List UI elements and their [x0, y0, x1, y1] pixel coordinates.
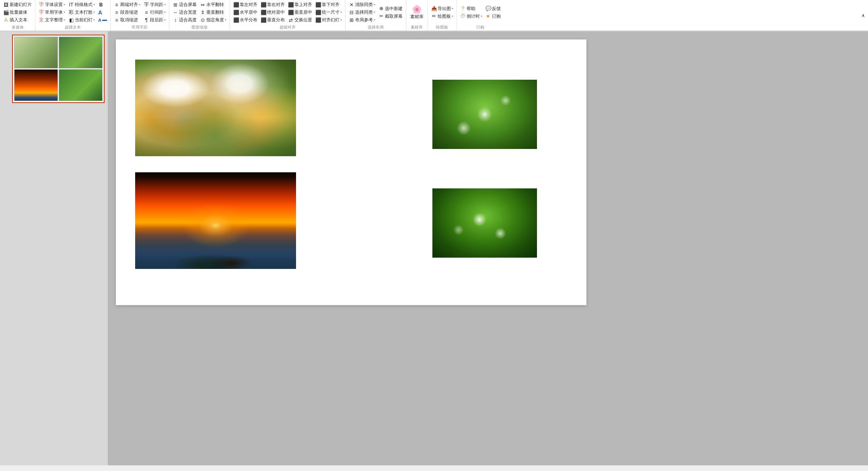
current-slide-icon: ◧: [68, 17, 74, 23]
btn-para-after[interactable]: ¶ 段后距 ▾: [142, 16, 167, 24]
img-flowers-main[interactable]: [135, 60, 296, 156]
group-spacing-col1: ≡ 两端对齐 ▾ ≡ 段首缩进 ≡ 取消缩进: [112, 1, 142, 24]
countdown-icon: ⏱: [460, 13, 466, 19]
btn-flip-v[interactable]: ⇕ 垂直翻转: [198, 8, 228, 16]
group-common-spacing: ≡ 两端对齐 ▾ ≡ 段首缩进 ≡ 取消缩进: [111, 0, 169, 31]
btn-align-right[interactable]: ⬛ 靠右对齐: [259, 1, 286, 8]
group-supertext-col3: B A A: [97, 1, 109, 24]
btn-align-both[interactable]: ≡ 两端对齐 ▾: [112, 1, 142, 8]
btn-text-arrange[interactable]: 文 文字整理 ▾: [37, 16, 67, 24]
btn-layout-ref[interactable]: ⊞ 布局参考 ▾: [347, 16, 377, 24]
btn-align-vcenter[interactable]: ⬛ 垂直居中: [286, 8, 314, 16]
group-order-label: 订购: [459, 24, 502, 31]
group-shape-zoom-content: ⊞ 适合屏幕 ↔ 适合宽度 ↕ 适合高度: [171, 1, 228, 24]
btn-clear-same[interactable]: ✕ 清除同类 ▾: [347, 1, 377, 8]
img-green-top[interactable]: [432, 80, 537, 149]
slide-panel: 1: [0, 31, 108, 465]
btn-export[interactable]: 📤 导出图 ▾: [430, 5, 455, 12]
group-shape-zoom: ⊞ 适合屏幕 ↔ 适合宽度 ↕ 适合高度: [169, 0, 230, 31]
fit-width-icon: ↔: [173, 10, 178, 15]
btn-line-spacing[interactable]: ≡ 行间距 ▾: [142, 8, 167, 16]
btn-a-small[interactable]: A: [97, 16, 109, 24]
btn-flip-h[interactable]: ⇔ 水平翻转: [198, 1, 228, 8]
btn-distribute-h[interactable]: ⬛ 水平分布: [232, 16, 259, 24]
btn-drawing-board[interactable]: ✏ 绘图板 ▾: [430, 12, 455, 20]
btn-align-bottom[interactable]: ⬛ 靠下对齐: [314, 1, 343, 8]
btn-align-top[interactable]: ⬛ 靠上对齐: [286, 1, 314, 8]
btn-cancel-indent[interactable]: ≡ 取消缩进: [112, 16, 142, 24]
align-slide-icon: ⬛: [315, 17, 321, 23]
btn-batch-media[interactable]: 🎬 批量媒体: [2, 8, 33, 16]
btn-a-big[interactable]: A: [97, 8, 109, 16]
group-align-col2: ⬛ 靠右对齐 ⬛ 绝对居中 ⬛ 垂直分布: [259, 1, 286, 24]
group-align-col3: ⬛ 靠上对齐 ⬛ 垂直居中 ⇄ 交换位置: [286, 1, 314, 24]
btn-fit-screen[interactable]: ⊞ 适合屏幕: [171, 1, 198, 8]
btn-indent[interactable]: ≡ 段首缩进: [112, 8, 142, 16]
btn-screenshot[interactable]: ✂ 截取屏幕: [377, 12, 404, 20]
btn-special-format[interactable]: IT 特殊格式 ▾: [67, 1, 97, 8]
img-sunset-main[interactable]: [135, 172, 296, 269]
btn-align-hcenter[interactable]: ⬛ 水平居中: [232, 8, 259, 16]
group-supertext-content: 字 字体设置 ▾ 字 常用字体 ▾ 文 文字整理 ▾: [37, 1, 109, 24]
btn-select-same[interactable]: ⊟ 选择同类 ▾: [347, 8, 377, 16]
slide-canvas[interactable]: [116, 39, 586, 305]
btn-feedback[interactable]: 💬 反馈: [484, 5, 502, 12]
btn-align-left[interactable]: ⬛ 靠左对齐: [232, 1, 259, 8]
btn-countdown[interactable]: ⏱ 倒计时 ▾: [459, 12, 484, 20]
btn-align-slide[interactable]: ⬛ 对齐幻灯 ▾: [314, 16, 343, 24]
collapse-btn[interactable]: ∧: [862, 0, 868, 31]
order-icon: ★: [485, 13, 491, 19]
btn-help[interactable]: ? 帮助: [459, 5, 484, 12]
btn-swap[interactable]: ⇄ 交换位置: [286, 16, 314, 24]
btn-angle[interactable]: ⊙ 指定角度 ▾: [198, 16, 228, 24]
thumb-green-bottom: [59, 69, 103, 101]
img-green-bottom[interactable]: [432, 188, 537, 258]
group-supertext-col2: IT 特殊格式 ▾ 彩 文本打散 ▾ ◧ 当前幻灯 ▾: [67, 1, 97, 24]
group-spacing-col2: 字 字间距 ▾ ≡ 行间距 ▾ ¶ 段后距 ▾: [142, 1, 167, 24]
btn-current-slide[interactable]: ◧ 当前幻灯 ▾: [67, 16, 97, 24]
align-both-icon: ≡: [114, 2, 119, 8]
para-after-icon: ¶: [144, 17, 149, 23]
group-drawing: 📤 导出图 ▾ ✏ 绘图板 ▾ 绘图板: [428, 0, 457, 31]
new-slide-icon: 🖼: [3, 2, 9, 8]
select-same-icon: ⊟: [349, 10, 354, 15]
btn-fit-width[interactable]: ↔ 适合宽度: [171, 8, 198, 16]
screenshot-icon: ✂: [378, 13, 384, 19]
btn-material[interactable]: 🌸 素材库: [408, 1, 426, 24]
text-arrange-icon: 文: [39, 17, 44, 23]
distribute-h-icon: ⬛: [233, 17, 239, 23]
btn-char-spacing[interactable]: 字 字间距 ▾: [142, 1, 167, 8]
btn-insert-text[interactable]: A 插入文本: [2, 16, 33, 24]
btn-bold[interactable]: B: [97, 1, 109, 8]
group-common-spacing-content: ≡ 两端对齐 ▾ ≡ 段首缩进 ≡ 取消缩进: [112, 1, 167, 24]
font-settings-icon: 字: [39, 1, 44, 8]
slide-thumbnail[interactable]: [12, 35, 105, 103]
btn-font-settings[interactable]: 字 字体设置 ▾: [37, 1, 67, 8]
btn-common-font[interactable]: 字 常用字体 ▾: [37, 8, 67, 16]
main-area: 1: [0, 31, 868, 465]
btn-order[interactable]: ★ 订购: [484, 12, 502, 20]
btn-same-size[interactable]: ⬛ 统一尺寸 ▾: [314, 8, 343, 16]
btn-align-abs[interactable]: ⬛ 绝对居中: [259, 8, 286, 16]
align-abs-icon: ⬛: [261, 10, 266, 15]
bold-icon: B: [98, 2, 104, 8]
group-zoom-col1: ⊞ 适合屏幕 ↔ 适合宽度 ↕ 适合高度: [171, 1, 198, 24]
btn-select-new[interactable]: ⊕ 选中新建: [377, 5, 404, 12]
group-drawing-label: 绘图板: [430, 24, 455, 31]
group-supertext-label: 超级文本: [37, 24, 109, 31]
special-format-icon: IT: [68, 2, 74, 8]
layout-ref-icon: ⊞: [349, 17, 354, 23]
btn-distribute-v[interactable]: ⬛ 垂直分布: [259, 16, 286, 24]
line-spacing-icon: ≡: [144, 10, 149, 15]
btn-new-slide[interactable]: 🖼 新建幻灯片: [2, 1, 33, 8]
group-zoom-label: 图形缩放: [171, 24, 228, 31]
btn-text-break[interactable]: 彩 文本打散 ▾: [67, 8, 97, 16]
group-material-label: 素材库: [408, 24, 426, 31]
insert-text-icon: A: [3, 17, 9, 23]
text-break-icon: 彩: [68, 9, 74, 16]
btn-fit-height[interactable]: ↕ 适合高度: [171, 16, 198, 24]
char-spacing-icon: 字: [144, 1, 149, 8]
align-vcenter-icon: ⬛: [288, 10, 294, 15]
group-super-align-content: ⬛ 靠左对齐 ⬛ 水平居中 ⬛ 水平分布: [232, 1, 343, 24]
group-drawing-col: 📤 导出图 ▾ ✏ 绘图板 ▾: [430, 1, 455, 24]
